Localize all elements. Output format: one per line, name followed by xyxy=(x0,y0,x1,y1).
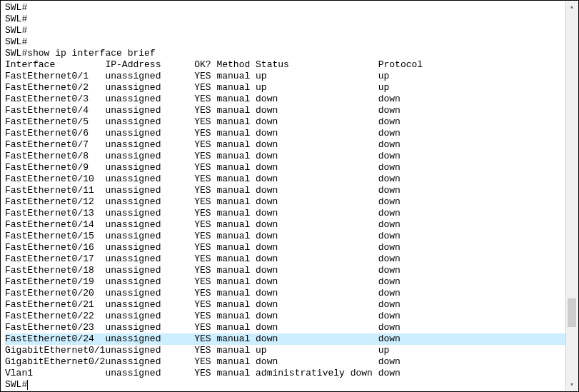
table-row: Vlan1 unassigned YES manual administrati… xyxy=(5,368,565,379)
table-row: FastEthernet0/21 unassigned YES manual d… xyxy=(5,299,565,311)
scroll-up-button[interactable]: ▴ xyxy=(566,1,578,13)
cursor xyxy=(27,380,28,390)
table-row: FastEthernet0/14 unassigned YES manual d… xyxy=(5,219,565,231)
table-row: FastEthernet0/11 unassigned YES manual d… xyxy=(5,185,565,196)
table-row: FastEthernet0/19 unassigned YES manual d… xyxy=(5,276,565,288)
prompt-line: SWL# xyxy=(5,14,565,25)
table-row: FastEthernet0/1 unassigned YES manual up… xyxy=(5,71,565,82)
table-row: FastEthernet0/20 unassigned YES manual d… xyxy=(5,288,565,299)
table-row: FastEthernet0/17 unassigned YES manual d… xyxy=(5,253,565,265)
prompt-line: SWL# xyxy=(5,379,565,390)
prompt-line: SWL# xyxy=(5,36,565,48)
table-row: FastEthernet0/6 unassigned YES manual do… xyxy=(5,128,565,139)
chevron-up-icon: ▴ xyxy=(570,1,573,13)
table-row: FastEthernet0/23 unassigned YES manual d… xyxy=(5,322,565,333)
terminal-output[interactable]: SWL#SWL#SWL#SWL#SWL#show ip interface br… xyxy=(5,2,565,390)
table-row: FastEthernet0/8 unassigned YES manual do… xyxy=(5,151,565,162)
table-row: FastEthernet0/10 unassigned YES manual d… xyxy=(5,174,565,185)
table-row: FastEthernet0/9 unassigned YES manual do… xyxy=(5,162,565,174)
table-row: FastEthernet0/4 unassigned YES manual do… xyxy=(5,105,565,116)
scrollbar[interactable]: ▴ ▾ xyxy=(565,1,578,391)
table-header: Interface IP-Address OK? Method Status P… xyxy=(5,59,565,71)
table-row: FastEthernet0/12 unassigned YES manual d… xyxy=(5,196,565,208)
table-row: FastEthernet0/15 unassigned YES manual d… xyxy=(5,231,565,242)
table-row: FastEthernet0/5 unassigned YES manual do… xyxy=(5,116,565,128)
table-row: FastEthernet0/3 unassigned YES manual do… xyxy=(5,94,565,105)
table-row: GigabitEthernet0/2unassigned YES manual … xyxy=(5,356,565,368)
table-row: FastEthernet0/2 unassigned YES manual up… xyxy=(5,82,565,94)
table-row: FastEthernet0/13 unassigned YES manual d… xyxy=(5,208,565,219)
table-row: FastEthernet0/7 unassigned YES manual do… xyxy=(5,139,565,151)
table-row: FastEthernet0/22 unassigned YES manual d… xyxy=(5,311,565,322)
scroll-down-button[interactable]: ▾ xyxy=(566,379,578,391)
scrollbar-thumb[interactable] xyxy=(568,298,576,327)
table-row: FastEthernet0/24 unassigned YES manual d… xyxy=(5,333,565,345)
scrollbar-track[interactable] xyxy=(566,13,578,379)
table-row: GigabitEthernet0/1unassigned YES manual … xyxy=(5,345,565,356)
prompt-line: SWL# xyxy=(5,25,565,36)
table-row: FastEthernet0/16 unassigned YES manual d… xyxy=(5,242,565,253)
terminal-frame: SWL#SWL#SWL#SWL#SWL#show ip interface br… xyxy=(0,0,579,392)
prompt-line: SWL# xyxy=(5,2,565,14)
command-line: SWL#show ip interface brief xyxy=(5,48,565,59)
chevron-down-icon: ▾ xyxy=(570,379,573,391)
table-row: FastEthernet0/18 unassigned YES manual d… xyxy=(5,265,565,276)
